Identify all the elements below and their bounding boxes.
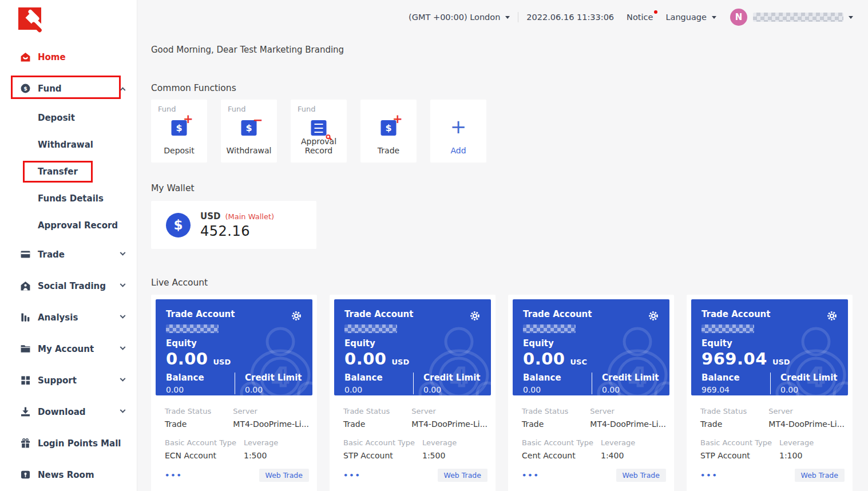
equity-value: 0.00 xyxy=(344,349,387,369)
function-card-approval-record[interactable]: Fund Approval Record xyxy=(291,100,347,163)
function-card-add[interactable]: + Add xyxy=(430,100,486,163)
web-trade-button[interactable]: Web Trade xyxy=(616,469,666,482)
home-user-icon xyxy=(19,280,31,292)
sidebar-item-home[interactable]: Home xyxy=(0,41,137,73)
topbar-divider xyxy=(518,12,518,22)
function-card-withdrawal[interactable]: Fund $ − Withdrawal xyxy=(221,100,277,163)
language-selector[interactable]: Language xyxy=(665,13,716,22)
chevron-down-icon xyxy=(120,345,126,350)
equity-value: 0.00 xyxy=(523,349,565,369)
basic-account-type-label: Basic Account Type xyxy=(165,438,244,447)
common-functions-title: Common Functions xyxy=(151,83,868,93)
leverage-label: Leverage xyxy=(244,438,309,447)
sidebar-item-deposit[interactable]: Deposit xyxy=(0,104,137,131)
user-menu[interactable]: N xyxy=(730,9,853,26)
balance-label: Balance xyxy=(166,373,235,383)
topbar: (GMT +00:00) London 2022.06.16 11:33:06 … xyxy=(137,0,868,34)
credit-limit-value: 0.00 xyxy=(245,385,302,394)
server-value: MT4-DooPrime-Li... xyxy=(590,419,666,429)
function-card-trade[interactable]: $ + Trade xyxy=(360,100,417,163)
basic-account-type-label: Basic Account Type xyxy=(700,438,779,447)
leverage-label: Leverage xyxy=(779,438,845,447)
account-card-details: Trade Status Trade Server MT4-DooPrime-L… xyxy=(691,395,848,482)
web-trade-button[interactable]: Web Trade xyxy=(259,469,309,482)
credit-limit-label: Credit Limit xyxy=(245,373,302,383)
server-label: Server xyxy=(768,407,845,415)
sidebar-item-approval-record[interactable]: Approval Record xyxy=(0,212,137,239)
equity-label: Equity xyxy=(701,338,838,349)
sidebar-item-my-account[interactable]: My Account xyxy=(0,333,137,365)
credit-limit-label: Credit Limit xyxy=(780,373,838,383)
web-trade-button[interactable]: Web Trade xyxy=(795,469,845,482)
basic-account-type-label: Basic Account Type xyxy=(522,438,601,447)
sidebar-item-withdrawal[interactable]: Withdrawal xyxy=(0,131,137,158)
trade-account-label: Trade Account xyxy=(701,309,770,319)
balance-value: 969.04 xyxy=(701,385,770,394)
credit-limit-value: 0.00 xyxy=(780,385,838,394)
equity-currency: USD xyxy=(772,358,790,366)
wallet-type: (Main Wallet) xyxy=(225,212,274,221)
balance-label: Balance xyxy=(523,373,592,383)
news-pin-icon xyxy=(19,469,31,481)
equity-currency: USD xyxy=(213,358,231,366)
credit-limit-value: 0.00 xyxy=(423,385,481,394)
basic-account-type-value: ECN Account xyxy=(165,451,244,460)
sidebar-item-download[interactable]: Download xyxy=(0,396,137,427)
more-actions-button[interactable]: ••• xyxy=(343,471,361,480)
trade-account-label: Trade Account xyxy=(523,309,592,319)
main-area: (GMT +00:00) London 2022.06.16 11:33:06 … xyxy=(137,0,868,491)
sidebar-item-label: Home xyxy=(38,52,66,62)
basic-account-type-value: STP Account xyxy=(343,451,422,460)
gear-icon[interactable] xyxy=(291,310,302,322)
greeting-text: Good Morning, Dear Test Marketing Brandi… xyxy=(151,45,868,55)
sidebar-item-support[interactable]: Support xyxy=(0,365,137,396)
equity-value: 969.04 xyxy=(701,349,767,369)
sidebar-item-fund[interactable]: $ Fund xyxy=(0,73,137,104)
datetime-label: 2022.06.16 11:33:06 xyxy=(526,13,614,22)
trade-icon: $ + xyxy=(381,120,397,136)
sidebar-item-funds-details[interactable]: Funds Details xyxy=(0,185,137,212)
basic-account-type-value: Cent Account xyxy=(522,451,601,460)
sidebar-item-label: Analysis xyxy=(38,312,78,323)
timezone-label: (GMT +00:00) London xyxy=(409,13,500,22)
card-label: Withdrawal xyxy=(221,146,277,155)
sidebar-item-social-trading[interactable]: Social Trading xyxy=(0,270,137,302)
more-actions-button[interactable]: ••• xyxy=(165,471,183,480)
sidebar-item-trade[interactable]: Trade xyxy=(0,239,137,270)
leverage-value: 1:500 xyxy=(422,451,487,460)
chevron-down-icon xyxy=(120,376,126,382)
web-trade-button[interactable]: Web Trade xyxy=(438,469,487,482)
balance-label: Balance xyxy=(344,373,413,383)
wallet-dollar-icon: $ xyxy=(166,213,191,237)
chevron-down-icon xyxy=(120,250,126,256)
sidebar-item-label: Fund xyxy=(38,84,62,94)
sidebar-item-news-room[interactable]: News Room xyxy=(0,459,137,490)
more-actions-button[interactable]: ••• xyxy=(700,471,718,480)
function-card-deposit[interactable]: Fund $ + Deposit xyxy=(151,100,207,163)
gear-icon[interactable] xyxy=(826,310,838,322)
more-actions-button[interactable]: ••• xyxy=(522,471,540,480)
card-label: Add xyxy=(430,146,486,155)
gear-icon[interactable] xyxy=(469,310,481,322)
plus-badge-icon: + xyxy=(393,113,403,125)
account-card: 4 Trade Account Equity 0.00 USD Balance xyxy=(330,295,496,491)
approval-record-icon xyxy=(311,120,327,136)
gear-icon[interactable] xyxy=(648,310,659,322)
common-functions-row: Fund $ + Deposit Fund $ − Withdrawal Fun… xyxy=(151,100,868,163)
timezone-selector[interactable]: (GMT +00:00) London xyxy=(409,13,510,22)
username-redacted xyxy=(753,13,843,22)
balance-value: 0.00 xyxy=(166,385,235,394)
sidebar-item-label: Approval Record xyxy=(38,220,118,231)
doo-prime-logo[interactable] xyxy=(18,7,42,30)
my-wallet-title: My Wallet xyxy=(151,183,868,193)
leverage-value: 1:500 xyxy=(244,451,309,460)
sidebar-item-analysis[interactable]: Analysis xyxy=(0,302,137,333)
credit-card-icon xyxy=(19,249,31,260)
equity-label: Equity xyxy=(166,338,302,349)
equity-label: Equity xyxy=(344,338,481,349)
sidebar-item-transfer[interactable]: Transfer xyxy=(0,158,137,185)
notice-link[interactable]: Notice xyxy=(627,13,653,22)
notification-dot xyxy=(654,10,657,14)
sidebar-item-login-points-mall[interactable]: Login Points Mall xyxy=(0,427,137,459)
language-label: Language xyxy=(665,13,707,22)
